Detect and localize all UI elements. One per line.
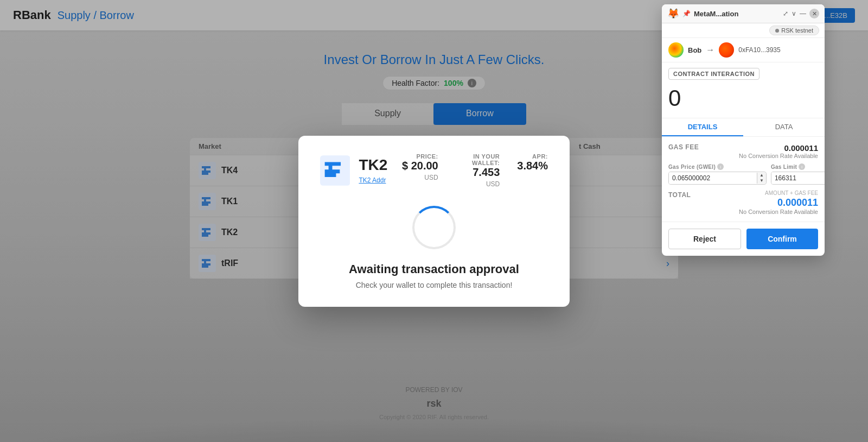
mm-gas-price-down[interactable]: ▼ (757, 178, 766, 184)
mm-gas-fee-sub: No Conversion Rate Available (739, 153, 818, 159)
mm-gas-limit-field: Gas Limit i ▲ ▼ (771, 163, 825, 185)
tx-modal-header: TK2 TK2 Addr PRICE: $ 20.00 USD IN YOUR … (320, 153, 548, 188)
tx-modal-token-name: TK2 (359, 156, 387, 174)
price-label: PRICE: (396, 153, 438, 160)
wallet-value: 7.453 (473, 166, 500, 178)
mm-gas-limit-value[interactable] (771, 172, 825, 184)
mm-gas-limit-label: Gas Limit (771, 164, 797, 170)
mm-gas-fee-value: 0.000011 (739, 143, 818, 153)
wallet-label: IN YOUR WALLET: (456, 153, 500, 166)
mm-gas-limit-label-row: Gas Limit i (771, 163, 825, 170)
metamask-fox-icon: 🦊 (667, 8, 679, 20)
mm-gas-limit-input[interactable]: ▲ ▼ (771, 172, 825, 185)
mm-network-bar: RSK testnet (662, 23, 825, 38)
mm-gas-price-label-row: Gas Price (GWEI) i (668, 163, 767, 170)
stat-apr: APR: 3.84% (517, 153, 548, 188)
wallet-value-row: 7.453 USD (456, 166, 500, 188)
mm-gas-fee-row: GAS FEE 0.000011 No Conversion Rate Avai… (668, 143, 818, 159)
mm-from-avatar (668, 42, 684, 58)
mm-gas-fee-label: GAS FEE (668, 143, 699, 151)
mm-account-arrow-icon: → (706, 45, 714, 55)
spinner-container (320, 206, 548, 249)
mm-reject-button[interactable]: Reject (668, 229, 741, 249)
stat-price: PRICE: $ 20.00 USD (396, 153, 438, 188)
mm-amount: 0 (662, 83, 825, 118)
mm-gas-price-info-icon[interactable]: i (717, 163, 724, 170)
mm-total-sub: No Conversion Rate Available (739, 209, 818, 215)
mm-confirm-button[interactable]: Confirm (746, 229, 818, 249)
mm-titlebar: 🦊 📌 MetaM...ation ⤢ ∨ — ✕ (662, 4, 825, 23)
mm-gas-price-spinners: ▲ ▼ (757, 173, 766, 184)
price-unit: USD (424, 174, 438, 181)
mm-network-badge: RSK testnet (769, 26, 819, 35)
mm-gas-inputs: Gas Price (GWEI) i ▲ ▼ Gas Limit i (668, 163, 818, 185)
mm-tab-details[interactable]: DETAILS (662, 118, 743, 136)
mm-contract-badge: CONTRACT INTERACTION (668, 68, 760, 80)
mm-amount-gas-label: AMOUNT + GAS FEE (739, 190, 818, 196)
mm-tabs: DETAILS DATA (662, 118, 825, 137)
mm-gas-price-field: Gas Price (GWEI) i ▲ ▼ (668, 163, 767, 185)
tx-modal-token-info: TK2 TK2 Addr (359, 156, 387, 185)
mm-details-panel: GAS FEE 0.000011 No Conversion Rate Avai… (662, 137, 825, 222)
apr-label: APR: (517, 153, 548, 160)
tx-modal-token-stats: PRICE: $ 20.00 USD IN YOUR WALLET: 7.453… (396, 153, 548, 188)
mm-tab-data[interactable]: DATA (743, 118, 825, 136)
mm-gas-limit-info-icon[interactable]: i (799, 163, 805, 170)
mm-collapse-icon[interactable]: ∨ (792, 10, 796, 17)
tx-title: Awaiting transaction approval (320, 262, 548, 276)
mm-gas-price-value[interactable] (669, 172, 757, 184)
mm-gas-price-label: Gas Price (GWEI) (668, 164, 716, 170)
mm-minimize-icon[interactable]: — (800, 10, 806, 17)
network-name: RSK testnet (781, 27, 813, 34)
mm-total-values: AMOUNT + GAS FEE 0.000011 No Conversion … (739, 190, 818, 215)
network-dot (775, 29, 779, 33)
mm-pin-icon[interactable]: 📌 (682, 10, 691, 17)
mm-expand-icon[interactable]: ⤢ (783, 10, 788, 17)
wallet-unit: USD (486, 180, 500, 188)
price-value: $ 20.00 (402, 160, 438, 172)
tx-modal-token-icon (320, 153, 350, 188)
mm-to-address: 0xFA10...3935 (738, 46, 780, 54)
tx-modal: TK2 TK2 Addr PRICE: $ 20.00 USD IN YOUR … (298, 136, 570, 307)
metamask-popup: 🦊 📌 MetaM...ation ⤢ ∨ — ✕ RSK testnet Bo… (662, 4, 825, 256)
loading-spinner (412, 206, 456, 249)
price-value-row: $ 20.00 USD (396, 160, 438, 182)
mm-gas-fee-values: 0.000011 No Conversion Rate Available (739, 143, 818, 159)
tx-subtitle: Check your wallet to complete this trans… (320, 281, 548, 289)
stat-wallet: IN YOUR WALLET: 7.453 USD (456, 153, 500, 188)
apr-value: 3.84% (517, 160, 548, 172)
mm-title: MetaM...ation (694, 10, 780, 18)
mm-total-label: TOTAL (668, 190, 691, 199)
mm-total-row: TOTAL AMOUNT + GAS FEE 0.000011 No Conve… (668, 190, 818, 215)
mm-accounts: Bob → 0xFA10...3935 (662, 38, 825, 62)
mm-gas-price-up[interactable]: ▲ (757, 173, 766, 178)
mm-buttons: Reject Confirm (662, 222, 825, 256)
tx-modal-token-addr[interactable]: TK2 Addr (359, 176, 386, 184)
mm-to-avatar (719, 42, 734, 58)
mm-from-name: Bob (688, 46, 701, 54)
mm-total-value: 0.000011 (739, 197, 818, 209)
mm-gas-price-input[interactable]: ▲ ▼ (668, 172, 767, 185)
mm-close-button[interactable]: ✕ (809, 9, 819, 18)
